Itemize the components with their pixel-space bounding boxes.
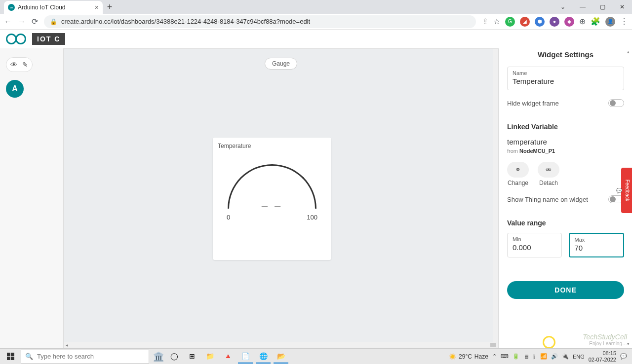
taskbar-widget-icon[interactable]: 🏛️ — [153, 351, 164, 362]
tray-power-icon[interactable]: 🔌 — [562, 353, 569, 360]
chat-icon: 💬 — [616, 187, 622, 193]
show-thing-name-label: Show Thing name on widget — [507, 196, 588, 203]
tray-volume-icon[interactable]: 🔊 — [551, 353, 558, 360]
system-tray: ☀️ 29°C Haze ⌃ ⌨ 🔋 🖥 ᛒ 📶 🔊 🔌 ENG 08:15 0… — [449, 350, 630, 362]
gauge-visual: – – 0 100 — [218, 164, 326, 253]
link-icon: ⚭ — [515, 166, 521, 174]
hide-frame-label: Hide widget frame — [507, 100, 559, 107]
nav-back-button[interactable]: ← — [4, 17, 12, 26]
window-minimize-button[interactable]: — — [573, 0, 592, 14]
dashboard-canvas[interactable]: Gauge Temperature – – 0 100 ◂ ▸ — [63, 48, 499, 348]
share-icon[interactable]: ⇪ — [482, 17, 488, 26]
gauge-max-label: 100 — [307, 214, 317, 221]
linked-variable-header: Linked Variable — [507, 123, 624, 131]
tray-bluetooth-icon[interactable]: ᛒ — [533, 354, 536, 360]
tray-wifi-icon[interactable]: 📶 — [540, 353, 547, 360]
canvas-scrollbar-horizontal[interactable]: ◂ ▸ — [64, 342, 498, 348]
address-bar: ← → ⟳ 🔒 create.arduino.cc/iot/dashboards… — [0, 14, 632, 30]
tray-chevron-icon[interactable]: ⌃ — [492, 353, 497, 360]
value-range-header: Value range — [507, 219, 624, 227]
click-indicator-icon — [543, 336, 555, 348]
left-toolbar: 👁 ✎ A — [0, 48, 63, 348]
nav-forward-button[interactable]: → — [18, 17, 26, 26]
linked-variable-name: temperature — [507, 138, 624, 146]
extension-icon-1[interactable]: G — [505, 17, 515, 27]
taskbar-search[interactable]: 🔍 Type here to search — [21, 350, 149, 364]
window-close-button[interactable]: ✕ — [612, 0, 632, 14]
chrome-menu-button[interactable]: ⋮ — [620, 17, 628, 26]
gauge-widget[interactable]: Temperature – – 0 100 — [213, 138, 331, 260]
min-input[interactable] — [513, 243, 556, 252]
max-input[interactable] — [575, 244, 619, 252]
url-field[interactable]: 🔒 create.arduino.cc/iot/dashboards/34388… — [44, 15, 476, 28]
extension-icon-4[interactable]: ● — [550, 17, 559, 27]
gauge-value: – – — [218, 200, 326, 213]
search-placeholder: Type here to search — [37, 353, 94, 360]
infinity-icon — [6, 34, 26, 44]
search-icon: 🔍 — [25, 353, 33, 360]
arduino-logo[interactable] — [6, 34, 26, 44]
linked-thing-name: NodeMCU_P1 — [519, 148, 555, 154]
start-button[interactable] — [2, 350, 19, 364]
min-field-group[interactable]: Min — [507, 233, 562, 257]
iot-cloud-badge: IOT C — [32, 33, 65, 45]
arduino-favicon-icon: ∞ — [8, 4, 15, 11]
new-tab-button[interactable]: + — [103, 0, 117, 14]
name-field-group[interactable]: Name — [507, 67, 624, 90]
max-field-group[interactable]: Max — [569, 233, 625, 257]
notepad-icon[interactable]: 📄 — [238, 350, 253, 364]
extension-icon-2[interactable]: ◢ — [520, 17, 530, 27]
pencil-icon: ✎ — [22, 61, 28, 69]
notifications-icon[interactable]: 💬 — [620, 353, 627, 360]
nav-reload-button[interactable]: ⟳ — [32, 17, 38, 26]
name-input[interactable] — [513, 77, 619, 85]
cortana-icon[interactable]: ◯ — [167, 350, 182, 364]
minimize-chevron-icon[interactable]: ⌄ — [553, 0, 573, 14]
browser-tab[interactable]: ∞ Arduino IoT Cloud × — [4, 1, 103, 14]
scroll-thumb[interactable] — [490, 343, 496, 347]
extension-icon-3[interactable]: ⬢ — [535, 17, 545, 27]
feedback-tab[interactable]: Feedback 💬 — [621, 168, 632, 213]
tray-keyboard-icon[interactable]: ⌨ — [501, 353, 509, 360]
url-text: create.arduino.cc/iot/dashboards/34388e2… — [61, 18, 310, 25]
tray-battery-icon[interactable]: 🔋 — [513, 353, 519, 360]
zoom-icon[interactable]: ⊕ — [579, 17, 586, 26]
extension-icon-5[interactable]: ◆ — [564, 17, 574, 27]
bookmark-icon[interactable]: ☆ — [493, 17, 500, 26]
chrome-icon[interactable]: 🌐 — [256, 350, 271, 364]
weather-widget[interactable]: ☀️ 29°C Haze — [449, 353, 488, 360]
gauge-min-label: 0 — [227, 214, 230, 221]
done-button[interactable]: DONE — [507, 281, 624, 299]
extensions-puzzle-icon[interactable]: 🧩 — [591, 17, 600, 26]
profile-avatar[interactable]: 👤 — [605, 17, 615, 27]
scroll-left-icon[interactable]: ◂ — [66, 342, 68, 348]
window-controls: ⌄ — ▢ ✕ — [553, 0, 632, 14]
windows-taskbar: 🔍 Type here to search 🏛️ ◯ ⊞ 📁 🔺 📄 🌐 📂 ☀… — [0, 348, 632, 364]
tray-clock[interactable]: 08:15 02-07-2022 — [589, 350, 616, 362]
widget-settings-panel: Widget Settings Name Hide widget frame L… — [499, 48, 632, 348]
close-tab-icon[interactable]: × — [95, 3, 99, 11]
tab-title: Arduino IoT Cloud — [18, 4, 66, 11]
settings-header: Widget Settings — [507, 50, 624, 63]
lock-icon: 🔒 — [50, 18, 57, 25]
file-explorer-icon[interactable]: 📁 — [202, 350, 217, 364]
vlc-icon[interactable]: 🔺 — [220, 350, 235, 364]
add-widget-button[interactable]: A — [6, 80, 24, 98]
unlink-icon: ⚮ — [546, 166, 552, 174]
name-label: Name — [513, 70, 619, 76]
addr-bar-actions: ⇪ ☆ G ◢ ⬢ ● ◆ ⊕ 🧩 👤 ⋮ — [482, 17, 628, 27]
linked-from-text: from NodeMCU_P1 — [507, 148, 624, 154]
sun-icon: ☀️ — [449, 353, 456, 360]
hide-frame-toggle[interactable] — [608, 99, 624, 107]
task-view-icon[interactable]: ⊞ — [185, 350, 199, 364]
tray-lang[interactable]: ENG — [573, 354, 585, 360]
app-header: IOT C — [0, 30, 632, 48]
window-maximize-button[interactable]: ▢ — [592, 0, 612, 14]
canvas-scrollbar-vertical[interactable] — [493, 49, 498, 342]
min-label: Min — [513, 236, 556, 242]
view-edit-toggle[interactable]: 👁 ✎ — [6, 57, 33, 72]
tray-display-icon[interactable]: 🖥 — [523, 354, 529, 360]
detach-link-button[interactable]: ⚮ Detach — [538, 162, 559, 186]
folder-icon[interactable]: 📂 — [274, 350, 288, 364]
change-link-button[interactable]: ⚭ Change — [507, 162, 529, 186]
